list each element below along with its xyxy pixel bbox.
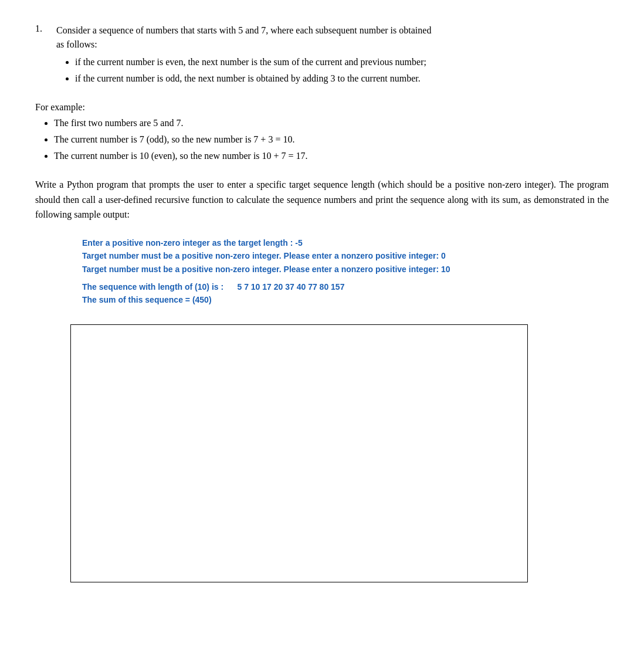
code-input-area[interactable]	[70, 324, 528, 582]
problem-intro: Consider a sequence of numbers that star…	[56, 23, 609, 52]
rule-item-1: if the current number is even, the next …	[75, 55, 609, 69]
description-paragraph: Write a Python program that prompts the …	[35, 177, 609, 222]
output-line-1: Enter a positive non-zero integer as the…	[82, 236, 609, 249]
problem-number-label: 1.	[35, 23, 52, 88]
example-item-1: The first two numbers are 5 and 7.	[54, 116, 609, 130]
example-item-3: The current number is 10 (even), so the …	[54, 149, 609, 163]
main-content: 1. Consider a sequence of numbers that s…	[35, 23, 609, 582]
problem-number-row: 1. Consider a sequence of numbers that s…	[35, 23, 609, 88]
intro-line2: as follows:	[56, 39, 97, 49]
problem-text: Consider a sequence of numbers that star…	[56, 23, 609, 88]
sample-output-box: Enter a positive non-zero integer as the…	[82, 236, 609, 307]
intro-line1: Consider a sequence of numbers that star…	[56, 25, 431, 35]
rules-list: if the current number is even, the next …	[56, 55, 609, 86]
for-example-section: For example: The first two numbers are 5…	[35, 102, 609, 163]
problem-section: 1. Consider a sequence of numbers that s…	[35, 23, 609, 88]
output-line-4: The sequence with length of (10) is : 5 …	[82, 280, 609, 293]
example-item-2: The current number is 7 (odd), so the ne…	[54, 133, 609, 147]
example-list: The first two numbers are 5 and 7. The c…	[35, 116, 609, 163]
for-example-title: For example:	[35, 102, 609, 113]
output-line-4-values: 5 7 10 17 20 37 40 77 80 157	[237, 282, 344, 292]
output-line-4-prefix: The sequence with length of (10) is :	[82, 282, 223, 292]
rule-item-2: if the current number is odd, the next n…	[75, 72, 609, 86]
output-line-3: Target number must be a positive non-zer…	[82, 263, 609, 276]
output-line-5: The sum of this sequence = (450)	[82, 293, 609, 306]
output-line-2: Target number must be a positive non-zer…	[82, 249, 609, 262]
